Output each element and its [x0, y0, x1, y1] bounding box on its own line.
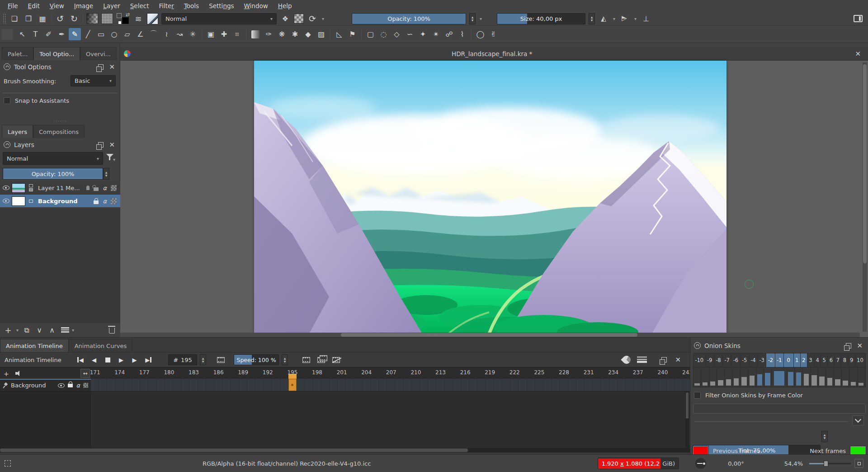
layer-opacity-slider[interactable]: Opacity: 100%	[3, 168, 103, 180]
bulb-icon[interactable]	[86, 186, 90, 190]
select-shapes-tool[interactable]: ↖	[16, 28, 28, 40]
onion-frame--2[interactable]: -2	[766, 353, 775, 367]
close-icon[interactable]: ✕	[855, 342, 864, 350]
close-document-icon[interactable]: ✕	[853, 50, 863, 58]
close-icon[interactable]: ✕	[107, 63, 117, 71]
float-docker-icon[interactable]	[661, 357, 667, 362]
pin-icon[interactable]	[3, 383, 8, 388]
eye-icon[interactable]	[58, 383, 65, 388]
timeline-frames-area[interactable]	[91, 379, 690, 391]
tab-animation-timeline[interactable]: Animation Timeline	[0, 339, 69, 352]
layer-visibility-toggle[interactable]	[0, 186, 12, 190]
docker-lock-icon[interactable]	[4, 141, 10, 148]
canvas-vertical-scrollbar[interactable]	[863, 62, 867, 332]
dynamic-brush-tool[interactable]: ↝	[174, 28, 186, 40]
onion-opacity-bar-1[interactable]	[787, 367, 795, 387]
bezier-select-tool[interactable]: ☍	[443, 28, 455, 40]
onion-frame--5[interactable]: -5	[741, 353, 749, 367]
onion-opacity-bar--7[interactable]	[717, 367, 725, 387]
enclose-fill-tool[interactable]: ▨	[315, 28, 327, 40]
unlock-icon[interactable]	[94, 187, 99, 191]
measure-tool[interactable]: ◺	[333, 28, 345, 40]
create-blank-frame-button[interactable]	[302, 357, 310, 363]
collapse-section-button[interactable]	[852, 415, 864, 425]
polygon-select-tool[interactable]: ◇	[391, 28, 403, 40]
onion-frame-4[interactable]: 4	[814, 353, 821, 367]
rect-select-tool[interactable]: ▢	[364, 28, 377, 40]
crop-tool[interactable]: ⌗	[231, 28, 243, 40]
menu-item-select[interactable]: Select	[125, 1, 154, 11]
float-docker-icon[interactable]	[98, 142, 104, 148]
onion-frame-10[interactable]: 10	[855, 353, 865, 367]
next-frame-button[interactable]: ▶	[129, 355, 140, 365]
filter-onion-checkbox[interactable]	[694, 392, 701, 399]
close-icon[interactable]: ✕	[107, 141, 117, 149]
onion-opacity-bar-6[interactable]	[826, 367, 834, 387]
tab-animation-curves[interactable]: Animation Curves	[69, 339, 133, 352]
chevron-down-icon[interactable]: ▾	[479, 16, 483, 21]
bezier-curve-tool[interactable]: ⌒	[147, 28, 160, 40]
onion-frame-6[interactable]: 6	[828, 353, 835, 367]
onion-opacity-bar-3[interactable]	[802, 367, 810, 387]
menu-item-view[interactable]: View	[45, 1, 69, 11]
onion-opacity-bar--6[interactable]	[725, 367, 732, 387]
onion-frame-3[interactable]: 3	[807, 353, 814, 367]
selection-indicator-icon[interactable]	[5, 460, 11, 467]
onion-frame--9[interactable]: -9	[706, 353, 714, 367]
timeline-vertical-scrollbar[interactable]	[685, 391, 689, 448]
onion-frame-8[interactable]: 8	[841, 353, 848, 367]
magnetic-select-tool[interactable]: ⌇	[456, 28, 468, 40]
onion-frame--4[interactable]: -4	[749, 353, 758, 367]
float-docker-icon[interactable]	[98, 64, 104, 70]
move-tool[interactable]: ✚	[218, 28, 230, 40]
gradient-tool[interactable]	[251, 30, 259, 38]
zoom-slider-thumb[interactable]	[824, 461, 828, 467]
onion-opacity-bar--3[interactable]	[748, 367, 756, 387]
pattern-edit-tool[interactable]: ❋	[276, 28, 288, 40]
inherit-alpha-icon[interactable]	[111, 198, 117, 204]
edit-shapes-tool[interactable]: ✐	[42, 28, 55, 40]
reference-images-tool[interactable]: ⚑	[346, 28, 359, 40]
rectangle-tool[interactable]: ▭	[95, 28, 107, 40]
toolbar-drag-handle[interactable]	[3, 14, 6, 24]
onion-frame-9[interactable]: 9	[849, 353, 855, 367]
canvas-rotation-dial[interactable]	[695, 458, 706, 469]
onion-opacity-bar-5[interactable]	[818, 367, 826, 387]
reset-zoom-button[interactable]	[854, 459, 863, 468]
brush-presets-button[interactable]: ≋	[133, 13, 144, 24]
opacity-spinbox[interactable]: ▲▼	[469, 13, 476, 24]
redo-button[interactable]: ↻	[69, 13, 80, 24]
layer-visibility-toggle[interactable]	[0, 199, 12, 203]
onion-frame--10[interactable]: -10	[693, 353, 706, 367]
freehand-select-tool[interactable]: ∽	[404, 28, 416, 40]
menu-item-help[interactable]: Help	[273, 1, 297, 11]
lock-icon[interactable]	[68, 384, 73, 387]
alpha-lock-icon[interactable]: α	[103, 198, 107, 205]
onion-skins-toggle[interactable]	[621, 354, 632, 365]
layer-properties-button[interactable]	[61, 327, 69, 333]
color-sampler-tool[interactable]: ✑	[263, 28, 275, 40]
blending-mode-combo[interactable]: Normal ▾	[161, 13, 277, 24]
lock-icon[interactable]	[94, 200, 99, 204]
splitter-handle[interactable]: ······	[0, 119, 120, 124]
onion-frame-7[interactable]: 7	[835, 353, 841, 367]
transform-tool[interactable]: ▣	[205, 28, 217, 40]
timeline-ruler[interactable]: + ↔ 171174177180183186189192195198201204…	[0, 367, 690, 379]
onion-frame--1[interactable]: -1	[775, 353, 784, 367]
skip-to-end-button[interactable]: ▶	[143, 355, 154, 365]
onion-opacity-bar--9[interactable]	[701, 367, 709, 387]
foreground-background-colors[interactable]: ⇄	[116, 13, 130, 24]
size-slider[interactable]: Size: 40,00 px	[497, 13, 585, 24]
ellipse-tool[interactable]: ○	[108, 28, 120, 40]
menu-item-filter[interactable]: Filter	[154, 1, 179, 11]
tab-overview[interactable]: Overvi...	[80, 47, 117, 60]
onion-opacity-bar-10[interactable]	[858, 367, 865, 387]
contiguous-select-tool[interactable]: ✴	[430, 28, 442, 40]
mirror-horizontal-button[interactable]: ◭	[598, 13, 609, 24]
onion-opacity-bar--8[interactable]	[709, 367, 717, 387]
freehand-brush-tool[interactable]: ✎	[69, 28, 81, 40]
onion-frame--8[interactable]: -8	[714, 353, 723, 367]
undo-button[interactable]: ↺	[55, 13, 66, 24]
onion-frame-0[interactable]: 0	[784, 353, 794, 367]
timeline-zoom-handle[interactable]: ↔	[80, 369, 90, 378]
